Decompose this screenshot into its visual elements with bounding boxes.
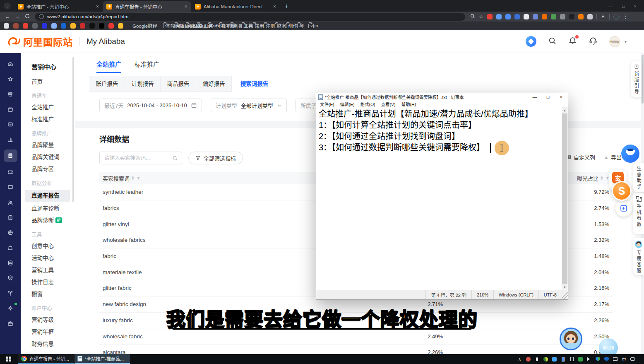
battery-icon[interactable] bbox=[560, 357, 566, 362]
bookmark-item[interactable]: 财务 bbox=[275, 24, 280, 28]
report-tab[interactable]: 偏好报告 bbox=[196, 76, 232, 92]
sidebar-item[interactable]: 创意中心 bbox=[21, 240, 75, 252]
bookmark-favicon[interactable] bbox=[118, 23, 123, 29]
report-tab[interactable]: 计划报告 bbox=[125, 76, 161, 92]
minimize-icon[interactable]: — bbox=[528, 93, 541, 101]
menu-dots-icon[interactable]: ⋮ bbox=[623, 14, 628, 19]
filter-icon[interactable] bbox=[136, 176, 141, 181]
bookmark-item[interactable]: 创作 bbox=[286, 24, 291, 28]
notepad-menu-item[interactable]: 格式(O) bbox=[357, 101, 378, 107]
profile-avatar[interactable] bbox=[613, 14, 620, 20]
notepad-menu-item[interactable]: 帮助(H) bbox=[399, 101, 419, 107]
sidebar-item[interactable]: 数据分析 bbox=[21, 178, 75, 189]
downloads-icon[interactable] bbox=[601, 14, 606, 20]
sort-icon[interactable] bbox=[132, 176, 134, 180]
report-tab[interactable]: 商品报告 bbox=[161, 76, 196, 92]
scroll-down-icon[interactable]: ▼ bbox=[562, 284, 568, 290]
forward-icon[interactable]: → bbox=[13, 14, 22, 19]
bookmark-favicon[interactable] bbox=[70, 23, 76, 29]
keyword-search-box[interactable] bbox=[99, 152, 182, 164]
clipboard-icon[interactable] bbox=[4, 212, 17, 222]
bookmark-favicon[interactable] bbox=[4, 23, 9, 29]
sidebar-item[interactable]: 全站推广 bbox=[21, 101, 75, 113]
extension-icon[interactable] bbox=[505, 14, 511, 19]
video-icon[interactable] bbox=[4, 119, 17, 129]
sidebar-item[interactable]: 财务信息 bbox=[21, 338, 75, 350]
notepad-menu-item[interactable]: 编辑(E) bbox=[337, 101, 357, 107]
home-icon[interactable] bbox=[4, 59, 17, 69]
notepad-titlebar[interactable]: *全站推广-推商品【如何通过数据判断哪些关键词需要降权】.txt - 记事本 —… bbox=[316, 93, 568, 101]
bookmark-favicon[interactable] bbox=[80, 23, 85, 29]
extension-icon[interactable] bbox=[569, 14, 574, 19]
sidebar-item[interactable]: 营销工具 bbox=[21, 264, 75, 276]
sidebar-item[interactable]: 品牌聚量 bbox=[21, 139, 75, 151]
extension-icon[interactable] bbox=[524, 14, 529, 19]
sidebar-item[interactable]: 操作日志 bbox=[21, 276, 75, 288]
notepad-menu-item[interactable]: 文件(F) bbox=[317, 101, 337, 107]
sort-icon[interactable] bbox=[601, 176, 603, 180]
database-icon[interactable] bbox=[4, 258, 17, 268]
bookmark-item[interactable]: Alibaba工具 bbox=[185, 24, 191, 28]
volume-icon[interactable] bbox=[586, 357, 592, 362]
sidebar-item[interactable]: 橱窗 bbox=[21, 288, 75, 300]
keyword-cell[interactable]: glitter fabric bbox=[99, 285, 132, 291]
scroll-up-icon[interactable]: ▲ bbox=[562, 107, 568, 113]
keyword-cell[interactable]: fabric bbox=[99, 253, 116, 259]
export-button[interactable]: 导出 bbox=[603, 153, 622, 161]
notepad-text-area[interactable]: 全站推广-推商品计划【新品加速/潜力品成长/优爆品助推】1：【如何计算全站推计划… bbox=[316, 107, 568, 290]
close-icon[interactable]: × bbox=[555, 93, 568, 101]
zoom-icon[interactable] bbox=[470, 14, 475, 20]
address-bar[interactable]: www2.alibaba.com/ads/p4p/report.htm bbox=[35, 13, 465, 21]
resize-grip[interactable] bbox=[562, 290, 568, 299]
keyword-cell[interactable]: wholesale fabrics bbox=[99, 237, 146, 243]
back-icon[interactable]: ← bbox=[3, 14, 12, 19]
browser-tab[interactable]: 全站推广 - 营销中心 × bbox=[14, 1, 103, 12]
tray-app-icon[interactable] bbox=[526, 357, 531, 362]
user-avatar[interactable]: WINIW bbox=[609, 36, 620, 47]
sidebar-item[interactable]: 标准推广 bbox=[21, 113, 75, 125]
assistant-avatar-icon[interactable] bbox=[621, 145, 639, 163]
security-shield-icon[interactable] bbox=[604, 357, 609, 362]
tab-close-icon[interactable]: × bbox=[273, 4, 276, 10]
bookmark-favicon[interactable] bbox=[51, 23, 57, 29]
notepad-scrollbar[interactable]: ▲ ▼ bbox=[562, 107, 568, 290]
keyword-cell[interactable]: glitter vinyl bbox=[99, 221, 129, 227]
keyword-cell[interactable]: materiale textile bbox=[99, 269, 142, 275]
sidebar-item[interactable]: 直通车诊断 bbox=[21, 202, 75, 215]
network-icon[interactable] bbox=[613, 357, 618, 362]
bar-chart-icon[interactable] bbox=[4, 135, 17, 145]
keyword-column-header[interactable]: 买家搜索词 bbox=[99, 174, 141, 182]
extension-icon[interactable] bbox=[514, 14, 520, 19]
bookmark-favicon[interactable] bbox=[42, 23, 47, 29]
plan-type-select[interactable]: 计划类型 全部计划类型 bbox=[211, 99, 287, 112]
notepad-scrollbar-thumb[interactable] bbox=[562, 113, 567, 284]
phone-data-tab[interactable]: 手机看数 bbox=[633, 193, 644, 234]
bookmark-item[interactable]: 体育直播 bbox=[163, 24, 168, 28]
package-icon[interactable] bbox=[4, 104, 17, 114]
notepad-window[interactable]: *全站推广-推商品【如何通过数据判断哪些关键词需要降权】.txt - 记事本 —… bbox=[316, 93, 568, 300]
sidebar-item[interactable]: 直通车报告 bbox=[25, 190, 70, 202]
extension-icon[interactable] bbox=[578, 14, 584, 19]
usb-icon[interactable] bbox=[569, 357, 574, 362]
refresh-icon[interactable] bbox=[23, 14, 31, 19]
bookmark-favicon[interactable] bbox=[23, 23, 28, 29]
bookmark-favicon[interactable] bbox=[89, 23, 95, 29]
new-version-guide-tab[interactable]: 新版引导 bbox=[631, 61, 642, 97]
sidebar-item[interactable]: 首页 bbox=[21, 76, 75, 88]
extension-icon[interactable] bbox=[587, 14, 593, 19]
maximize-icon[interactable]: □ bbox=[541, 93, 555, 101]
extension-icon[interactable] bbox=[560, 14, 565, 19]
promotion-tab[interactable]: 全站推广 bbox=[96, 60, 121, 73]
sidebar-scrollbar[interactable] bbox=[72, 57, 74, 202]
extension-icon[interactable] bbox=[551, 14, 556, 19]
browser-tab[interactable]: 直通车报告 - 营销中心 × bbox=[103, 1, 191, 12]
taskbar-notepad-task[interactable]: *全站推广-推商品... bbox=[74, 354, 130, 364]
globe-icon[interactable] bbox=[4, 228, 17, 238]
search-icon[interactable] bbox=[548, 36, 557, 47]
skype-icon[interactable]: S bbox=[612, 181, 632, 201]
bookmark-item[interactable]: 常用 bbox=[252, 24, 258, 28]
bookmark-item[interactable]: AI bbox=[297, 24, 303, 28]
bookmark-item[interactable]: vpn bbox=[308, 24, 314, 28]
headset-support-icon[interactable] bbox=[589, 36, 598, 47]
tab-search-icon[interactable]: ⌄ bbox=[4, 2, 11, 10]
